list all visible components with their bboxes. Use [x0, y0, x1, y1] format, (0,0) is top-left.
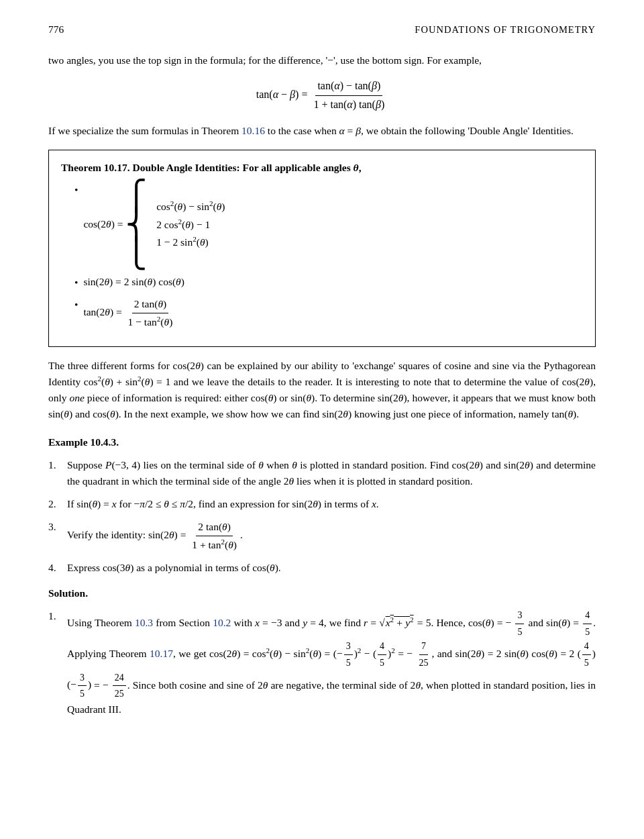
sin-double-angle-item: • sin(2θ) = 2 sin(θ) cos(θ) [74, 274, 583, 291]
theorem-title: Theorem 10.17. Double Angle Identities: … [61, 160, 583, 176]
cos-brace-group: cos2(θ) − sin2(θ) 2 cos2(θ) − 1 1 − 2 si… [156, 198, 225, 251]
theorem-ref-103: 10.3 [135, 617, 153, 628]
problem-list: Suppose P(−3, 4) lies on the terminal si… [48, 457, 596, 576]
tan-double-angle-item: • tan(2θ) = 2 tan(θ) 1 − tan2(θ) [74, 296, 583, 330]
solution-header: Solution. [48, 585, 596, 601]
transition-text: If we specialize the sum formulas in The… [48, 123, 596, 139]
bullet-dot-1: • [74, 182, 78, 198]
left-brace: ⎧⎨⎩ [125, 181, 147, 268]
cos-double-angle-item: • cos(2θ) = ⎧⎨⎩ cos2(θ) − sin2(θ) 2 cos2… [74, 181, 583, 268]
top-word: top [148, 54, 162, 66]
page-number: 776 [48, 21, 64, 38]
theorem-ref-1016: 10.16 [241, 125, 265, 136]
problem-3: Verify the identity: sin(2θ) = 2 tan(θ) … [48, 519, 596, 553]
bullet-dot-2: • [74, 275, 78, 291]
tan-diff-formula: tan(α − β) = tan(α) − tan(β) 1 + tan(α) … [48, 78, 596, 113]
section-ref-102: 10.2 [213, 617, 231, 628]
example-header: Example 10.4.3. [48, 434, 596, 450]
cos-double-angle-label: cos(2θ) = ⎧⎨⎩ cos2(θ) − sin2(θ) 2 cos2(θ… [83, 181, 229, 268]
sin-double-angle-label: sin(2θ) = 2 sin(θ) cos(θ) [83, 274, 184, 290]
solution-list: Using Theorem 10.3 from Section 10.2 wit… [48, 608, 596, 718]
problem-4: Express cos(3θ) as a polynomial in terms… [48, 560, 596, 576]
tan-double-angle-label: tan(2θ) = 2 tan(θ) 1 − tan2(θ) [83, 296, 176, 330]
intro-paragraph: two angles, you use the top sign in the … [48, 52, 596, 68]
page-title: Foundations of Trigonometry [415, 22, 596, 37]
solution-1: Using Theorem 10.3 from Section 10.2 wit… [48, 608, 596, 718]
explanation-paragraph-1: The three different forms for cos(2θ) ca… [48, 358, 596, 422]
theorem-box: Theorem 10.17. Double Angle Identities: … [48, 150, 596, 347]
problem-1: Suppose P(−3, 4) lies on the terminal si… [48, 457, 596, 489]
page-header: 776 Foundations of Trigonometry [48, 21, 596, 38]
bullet-dot-3: • [74, 297, 78, 313]
problem-2: If sin(θ) = x for −π/2 ≤ θ ≤ π/2, find a… [48, 496, 596, 512]
theorem-ref-1017: 10.17 [150, 648, 173, 659]
